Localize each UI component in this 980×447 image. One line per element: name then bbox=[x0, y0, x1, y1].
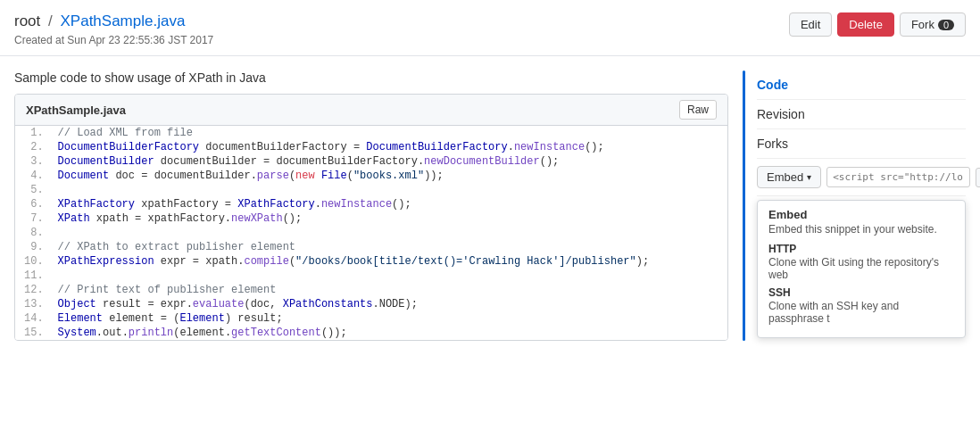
dropdown-ssh-title: SSH bbox=[768, 286, 954, 299]
right-panel: Code Revision Forks Embed ▾ ⧉ Embed Embe… bbox=[743, 70, 966, 341]
breadcrumb-separator: / bbox=[48, 12, 53, 29]
line-number: 8. bbox=[15, 226, 54, 240]
line-code: XPath xpath = xpathFactory.newXPath(); bbox=[54, 211, 727, 226]
line-number: 4. bbox=[15, 169, 54, 183]
line-number: 13. bbox=[15, 297, 54, 311]
line-number: 7. bbox=[15, 211, 54, 226]
page-header: root / XPathSample.java Created at Sun A… bbox=[0, 0, 980, 56]
fork-count: 0 bbox=[938, 20, 954, 30]
file-header: XPathSample.java Raw bbox=[15, 95, 727, 126]
sidebar-item-forks[interactable]: Forks bbox=[757, 129, 966, 159]
line-code bbox=[54, 226, 727, 240]
line-code: XPathExpression expr = xpath.compile("/b… bbox=[54, 254, 727, 269]
breadcrumb-root-link[interactable]: root bbox=[14, 12, 40, 29]
code-table: 1. // Load XML from file 2. DocumentBuil… bbox=[15, 126, 727, 340]
line-number: 5. bbox=[15, 183, 54, 197]
sidebar-content: Code Revision Forks Embed ▾ ⧉ Embed Embe… bbox=[743, 70, 966, 338]
dropdown-embed-title: Embed bbox=[768, 208, 954, 221]
line-number: 6. bbox=[15, 197, 54, 211]
line-number: 11. bbox=[15, 269, 54, 283]
embed-button[interactable]: Embed ▾ bbox=[757, 166, 821, 188]
table-row: 15. System.out.println(element.getTextCo… bbox=[15, 326, 727, 340]
line-code: // Print text of publisher element bbox=[54, 283, 727, 297]
breadcrumb-file: XPathSample.java bbox=[61, 12, 186, 29]
table-row: 7. XPath xpath = xpathFactory.newXPath()… bbox=[15, 211, 727, 226]
line-code: Object result = expr.evaluate(doc, XPath… bbox=[54, 297, 727, 311]
line-number: 14. bbox=[15, 311, 54, 326]
fork-button[interactable]: Fork 0 bbox=[900, 12, 966, 37]
line-number: 9. bbox=[15, 240, 54, 254]
table-row: 9. // XPath to extract publisher element bbox=[15, 240, 727, 254]
line-number: 3. bbox=[15, 154, 54, 169]
sidebar-divider bbox=[743, 70, 745, 341]
line-code: XPathFactory xpathFactory = XPathFactory… bbox=[54, 197, 727, 211]
table-row: 14. Element element = (Element) result; bbox=[15, 311, 727, 326]
table-row: 3. DocumentBuilder documentBuilder = doc… bbox=[15, 154, 727, 169]
copy-button[interactable]: ⧉ bbox=[976, 168, 980, 187]
dropdown-ssh-section: SSH Clone with an SSH key and passphrase… bbox=[768, 286, 954, 325]
fork-label: Fork bbox=[911, 18, 934, 31]
breadcrumb-meta: Created at Sun Apr 23 22:55:36 JST 2017 bbox=[14, 34, 213, 46]
line-code: Element element = (Element) result; bbox=[54, 311, 727, 326]
line-number: 10. bbox=[15, 254, 54, 269]
line-code: System.out.println(element.getTextConten… bbox=[54, 326, 727, 340]
table-row: 6. XPathFactory xpathFactory = XPathFact… bbox=[15, 197, 727, 211]
line-code: // XPath to extract publisher element bbox=[54, 240, 727, 254]
table-row: 4. Document doc = documentBuilder.parse(… bbox=[15, 169, 727, 183]
line-code: Document doc = documentBuilder.parse(new… bbox=[54, 169, 727, 183]
code-area: 1. // Load XML from file 2. DocumentBuil… bbox=[15, 126, 727, 340]
table-row: 8. bbox=[15, 226, 727, 240]
embed-input[interactable] bbox=[826, 167, 970, 187]
line-code: DocumentBuilderFactory documentBuilderFa… bbox=[54, 140, 727, 154]
table-row: 5. bbox=[15, 183, 727, 197]
table-row: 13. Object result = expr.evaluate(doc, X… bbox=[15, 297, 727, 311]
table-row: 10. XPathExpression expr = xpath.compile… bbox=[15, 254, 727, 269]
line-code bbox=[54, 269, 727, 283]
table-row: 11. bbox=[15, 269, 727, 283]
table-row: 2. DocumentBuilderFactory documentBuilde… bbox=[15, 140, 727, 154]
line-code bbox=[54, 183, 727, 197]
left-panel: Sample code to show usage of XPath in Ja… bbox=[14, 70, 728, 341]
line-number: 1. bbox=[15, 126, 54, 140]
embed-row: Embed ▾ ⧉ bbox=[757, 159, 966, 196]
chevron-down-icon: ▾ bbox=[807, 172, 811, 182]
dropdown-http-section: HTTP Clone with Git using the repository… bbox=[768, 243, 954, 281]
line-number: 15. bbox=[15, 326, 54, 340]
breadcrumb: root / XPathSample.java Created at Sun A… bbox=[14, 12, 213, 46]
delete-button[interactable]: Delete bbox=[837, 12, 894, 37]
sidebar-item-revision[interactable]: Revision bbox=[757, 100, 966, 129]
embed-label: Embed bbox=[767, 170, 803, 184]
embed-dropdown: Embed Embed this snippet in your website… bbox=[757, 200, 966, 338]
line-code: DocumentBuilder documentBuilder = docume… bbox=[54, 154, 727, 169]
line-number: 12. bbox=[15, 283, 54, 297]
edit-button[interactable]: Edit bbox=[789, 12, 832, 37]
table-row: 12. // Print text of publisher element bbox=[15, 283, 727, 297]
table-row: 1. // Load XML from file bbox=[15, 126, 727, 140]
main-content: Sample code to show usage of XPath in Ja… bbox=[0, 56, 980, 355]
sidebar-item-code[interactable]: Code bbox=[757, 70, 966, 100]
line-number: 2. bbox=[15, 140, 54, 154]
dropdown-http-title: HTTP bbox=[768, 243, 954, 255]
page-description: Sample code to show usage of XPath in Ja… bbox=[14, 70, 728, 85]
file-card: XPathSample.java Raw 1. // Load XML from… bbox=[14, 94, 728, 341]
line-code: // Load XML from file bbox=[54, 126, 727, 140]
header-actions: Edit Delete Fork 0 bbox=[789, 12, 966, 37]
dropdown-embed-desc: Embed this snippet in your website. bbox=[768, 223, 954, 236]
dropdown-ssh-desc: Clone with an SSH key and passphrase t bbox=[768, 300, 954, 325]
file-name: XPathSample.java bbox=[26, 103, 126, 117]
dropdown-http-desc: Clone with Git using the repository's we… bbox=[768, 256, 954, 281]
raw-button[interactable]: Raw bbox=[679, 100, 717, 120]
